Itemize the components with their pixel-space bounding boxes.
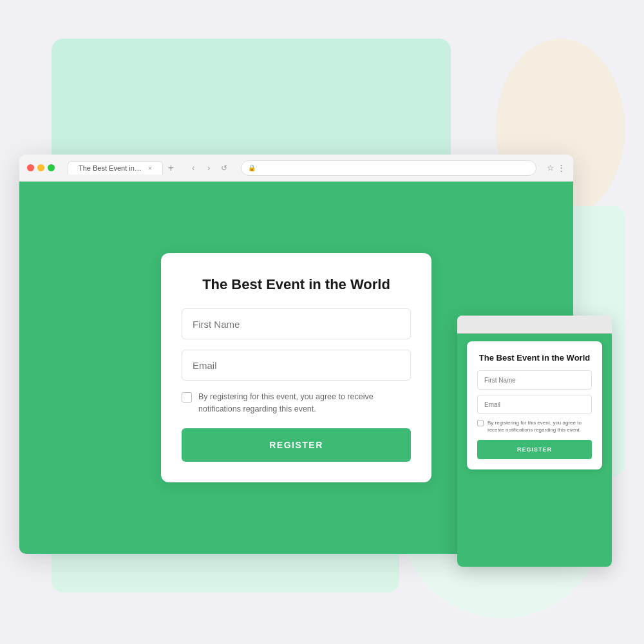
mobile-checkbox-row: By registering for this event, you agree… — [477, 419, 592, 433]
tab-label: The Best Event in the World — [79, 164, 143, 172]
bookmark-icon[interactable]: ☆ — [547, 163, 554, 173]
mobile-form-title: The Best Event in the World — [477, 353, 592, 363]
dot-red[interactable] — [27, 164, 34, 171]
browser-menu-icon[interactable]: ⋮ — [557, 163, 565, 173]
tab-close-icon[interactable]: × — [148, 165, 152, 172]
mobile-body: The Best Event in the World By registeri… — [457, 334, 612, 567]
mobile-form-card: The Best Event in the World By registeri… — [467, 341, 602, 469]
desktop-form-card: The Best Event in the World By registeri… — [161, 253, 431, 482]
browser-actions: ☆ ⋮ — [547, 163, 565, 173]
desktop-consent-checkbox[interactable] — [182, 392, 192, 402]
dot-green[interactable] — [48, 164, 55, 171]
browser-nav: ‹ › ↺ — [187, 162, 231, 175]
mobile-window: The Best Event in the World By registeri… — [457, 316, 612, 567]
mobile-register-button[interactable]: REGISTER — [477, 440, 592, 459]
address-bar[interactable]: 🔒 — [241, 160, 536, 176]
dot-yellow[interactable] — [37, 164, 44, 171]
mobile-chrome — [457, 316, 612, 334]
back-button[interactable]: ‹ — [187, 162, 200, 175]
forward-button[interactable]: › — [202, 162, 215, 175]
mobile-consent-checkbox[interactable] — [477, 420, 484, 426]
lock-icon: 🔒 — [248, 164, 256, 171]
desktop-checkbox-row: By registering for this event, you agree… — [182, 391, 411, 415]
mobile-checkbox-label: By registering for this event, you agree… — [488, 419, 592, 433]
desktop-checkbox-label: By registering for this event, you agree… — [198, 391, 411, 415]
refresh-button[interactable]: ↺ — [218, 162, 231, 175]
new-tab-button[interactable]: + — [166, 162, 176, 174]
browser-tab-area: The Best Event in the World × + — [68, 161, 176, 175]
browser-chrome: The Best Event in the World × + ‹ › ↺ 🔒 … — [19, 155, 573, 182]
desktop-form-title: The Best Event in the World — [182, 276, 411, 293]
mobile-first-name-input[interactable] — [477, 370, 592, 390]
browser-dots — [27, 164, 55, 171]
desktop-first-name-input[interactable] — [182, 308, 411, 339]
mobile-email-input[interactable] — [477, 395, 592, 414]
desktop-register-button[interactable]: REGISTER — [182, 428, 411, 462]
desktop-email-input[interactable] — [182, 350, 411, 381]
browser-tab[interactable]: The Best Event in the World × — [68, 161, 163, 175]
